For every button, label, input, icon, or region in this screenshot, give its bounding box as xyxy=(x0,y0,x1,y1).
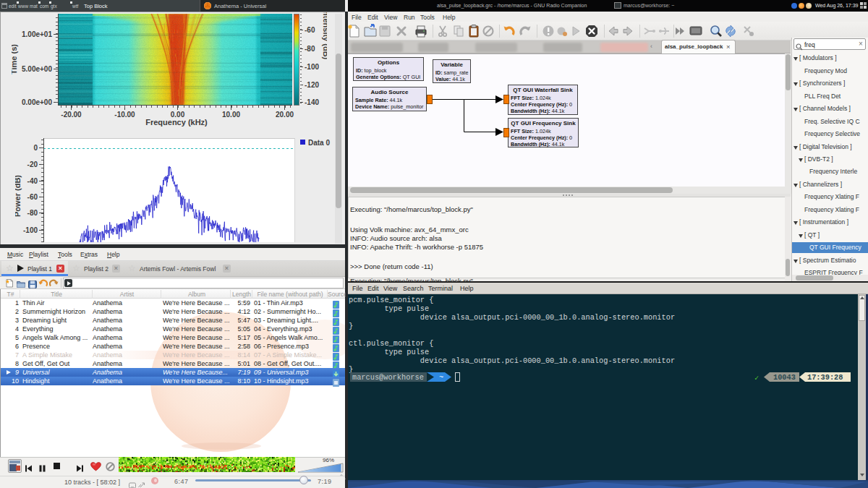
svg-text:Intensity (dB): Intensity (dB) xyxy=(322,12,327,60)
svg-text:Time (s): Time (s) xyxy=(12,44,18,74)
svg-text:Power (dB): Power (dB) xyxy=(15,175,22,217)
